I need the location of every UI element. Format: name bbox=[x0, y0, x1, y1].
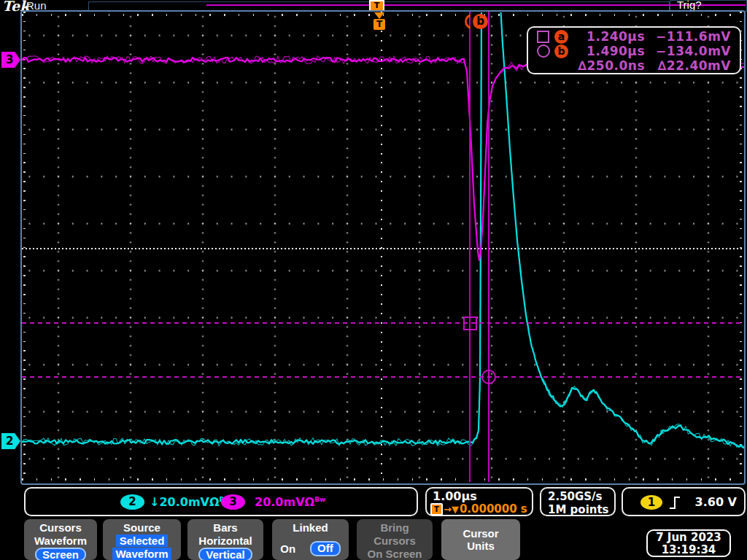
cursor-a-square-icon bbox=[537, 31, 549, 43]
cursor-a-horizontal-bar[interactable] bbox=[22, 322, 744, 324]
trigger-position-arrow-icon[interactable] bbox=[374, 12, 384, 19]
oscilloscope-screen: Tek Run T Trig? T b 3 2 a 1.240µs −111.6… bbox=[0, 0, 747, 560]
cursor-a-time: 1.240µs bbox=[575, 29, 645, 44]
menu-bring-line1: Bring bbox=[380, 521, 409, 534]
cursor-readout-panel: a 1.240µs −111.6mV b 1.490µs −134.0mV ∆2… bbox=[527, 26, 741, 74]
menu-bars-button[interactable]: Bars Horizontal Vertical bbox=[187, 519, 263, 560]
trigger-position-flag[interactable]: T bbox=[374, 19, 385, 30]
menu-units-line1: Cursor bbox=[462, 527, 498, 540]
menu-cursor-units-button[interactable]: Cursor Units bbox=[441, 519, 520, 560]
menu-bring-line2: Cursors bbox=[374, 534, 416, 547]
cursor-b-horizontal-bar[interactable] bbox=[22, 376, 744, 378]
cursor-a-square-marker[interactable] bbox=[463, 316, 477, 330]
cursor-a-badge: a bbox=[554, 30, 568, 44]
menu-cursors-value: Screen bbox=[35, 548, 86, 560]
menu-cursors-title: Cursors bbox=[39, 521, 82, 534]
date-label: 7 Jun 2023 bbox=[648, 532, 729, 544]
menu-linked-off-option[interactable]: Off bbox=[310, 541, 341, 556]
menu-source-selected-2: Waveform bbox=[112, 548, 172, 560]
menu-bring-cursors-button: Bring Cursors On Screen bbox=[357, 519, 433, 560]
time-label: 13:19:34 bbox=[648, 544, 729, 556]
cursor-b-circle-icon bbox=[537, 44, 550, 58]
menu-linked-title: Linked bbox=[293, 521, 328, 534]
menu-bars-subtitle: Horizontal bbox=[198, 534, 252, 547]
menu-linked-button[interactable]: Linked On Off bbox=[272, 519, 349, 560]
cursor-delta-voltage: ∆22.40mV bbox=[645, 58, 731, 73]
cursor-delta-time: ∆250.0ns bbox=[575, 58, 645, 73]
menu-cursors-waveform-button[interactable]: Cursors Waveform Screen bbox=[24, 519, 97, 560]
cursor-a-vertical-bar[interactable] bbox=[469, 12, 471, 482]
waveform-display bbox=[0, 0, 747, 560]
cursor-b-vertical-bar[interactable] bbox=[488, 12, 489, 482]
cursor-b-voltage: −134.0mV bbox=[645, 44, 731, 58]
datetime-display: 7 Jun 2023 13:19:34 bbox=[646, 529, 731, 557]
cursor-b-circle-marker[interactable] bbox=[481, 370, 496, 384]
menu-source-title: Source bbox=[123, 521, 160, 534]
menu-bars-title: Bars bbox=[213, 521, 237, 534]
cursor-b-time: 1.490µs bbox=[575, 44, 645, 58]
menu-units-line2: Units bbox=[467, 540, 495, 552]
cursor-b-top-badge[interactable]: b bbox=[473, 14, 488, 29]
menu-source-button[interactable]: Source Selected Waveform bbox=[103, 519, 181, 560]
menu-bring-line3: On Screen bbox=[367, 548, 422, 560]
menu-bars-value: Vertical bbox=[198, 548, 252, 560]
menu-linked-on-option[interactable]: On bbox=[280, 542, 295, 555]
menu-source-selected-1: Selected bbox=[116, 534, 169, 547]
cursor-a-voltage: −111.6mV bbox=[645, 29, 731, 44]
menu-cursors-subtitle: Waveform bbox=[34, 534, 87, 547]
cursor-b-badge: b bbox=[554, 44, 568, 58]
